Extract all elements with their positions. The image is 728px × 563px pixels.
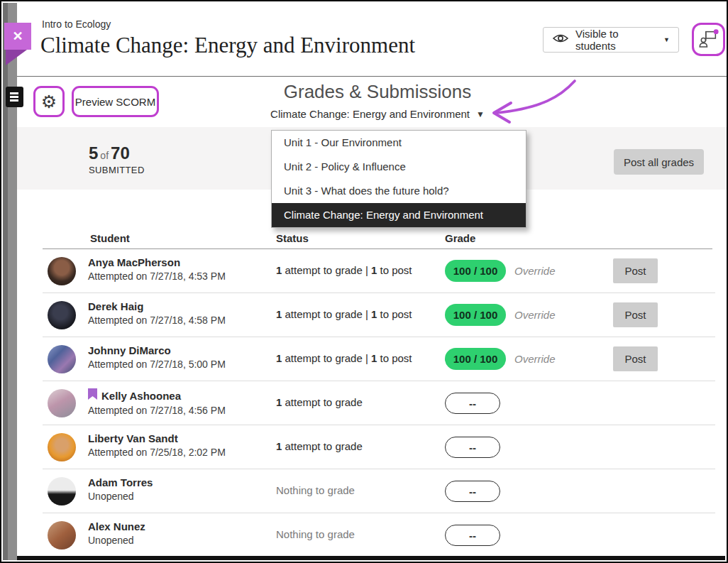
table-row: Johnny DiMarco Attempted on 7/27/18, 5:0… [43, 337, 715, 381]
attempt-subtext: Attempted on 7/27/18, 4:53 PM [88, 270, 226, 282]
of-label: of [98, 150, 111, 161]
visibility-dropdown-button[interactable]: Visible to students ▼ [543, 27, 679, 53]
table-row: Liberty Van Sandt Attempted on 7/25/18, … [43, 425, 715, 469]
attempt-subtext: Attempted on 7/27/18, 5:00 PM [88, 359, 226, 370]
submitted-label: SUBMITTED [89, 165, 145, 175]
avatar [48, 477, 76, 505]
course-name: Intro to Ecology [42, 18, 111, 30]
menu-item-unit2[interactable]: Unit 2 - Policy & Influence [272, 155, 526, 179]
bookmark-flag-icon [88, 388, 97, 403]
post-button[interactable]: Post [613, 258, 658, 283]
attempt-subtext: Attempted on 7/25/18, 2:02 PM [88, 447, 226, 458]
override-label: Override [514, 265, 556, 277]
header-divider [17, 76, 727, 77]
column-header-status: Status [276, 232, 309, 244]
total-count: 70 [111, 143, 130, 163]
student-name[interactable]: Liberty Van Sandt [88, 432, 178, 444]
column-header-grade: Grade [445, 232, 475, 244]
student-name[interactable]: Derek Haig [88, 300, 143, 312]
page-title: Climate Change: Energy and Environment [40, 33, 415, 58]
submitted-count: 5 [89, 143, 98, 163]
student-name[interactable]: Alex Nunez [88, 520, 145, 532]
grade-pill[interactable]: 100 / 100 [445, 304, 506, 326]
grade-pill[interactable]: 100 / 100 [445, 348, 506, 370]
avatar [48, 433, 76, 461]
menu-item-unit1[interactable]: Unit 1 - Our Environment [272, 131, 526, 155]
avatar [48, 301, 76, 329]
student-activity-icon [697, 26, 721, 53]
caret-down-icon: ▼ [476, 109, 485, 119]
attempt-subtext: Attempted on 7/27/18, 4:56 PM [88, 405, 226, 416]
column-header-student: Student [90, 232, 130, 244]
student-rows: Anya MacPherson Attempted on 7/27/18, 4:… [43, 249, 715, 557]
grade-pill-empty[interactable]: -- [445, 525, 500, 546]
attempt-subtext: Unopened [88, 491, 153, 502]
status-text: 1 attempt to grade [276, 440, 363, 452]
menu-item-unit3[interactable]: Unit 3 - What does the future hold? [272, 179, 526, 203]
menu-icon[interactable] [6, 87, 23, 107]
attempt-subtext: Attempted on 7/27/18, 4:58 PM [88, 315, 226, 326]
status-text: 1 attempt to grade | 1 to post [276, 352, 412, 364]
close-ribbon-decoration [6, 50, 27, 65]
grade-pill[interactable]: 100 / 100 [445, 260, 506, 282]
table-row: Kelly Ashoonea Attempted on 7/27/18, 4:5… [43, 381, 715, 425]
grade-pill-empty[interactable]: -- [445, 481, 500, 502]
avatar [48, 389, 76, 417]
eye-icon [552, 33, 569, 47]
grade-pill-empty[interactable]: -- [445, 437, 500, 458]
student-name[interactable]: Anya MacPherson [88, 256, 180, 268]
preview-scorm-button[interactable]: Preview SCORM [72, 86, 159, 117]
post-button[interactable]: Post [613, 302, 658, 327]
attempt-subtext: Unopened [88, 535, 145, 546]
post-all-grades-button[interactable]: Post all grades [614, 149, 704, 175]
avatar [48, 521, 76, 550]
override-label: Override [514, 353, 556, 365]
override-label: Override [514, 309, 556, 321]
menu-item-climate-change-selected[interactable]: Climate Change: Energy and Environment [272, 203, 526, 227]
status-text: Nothing to grade [276, 484, 355, 496]
item-selector-menu: Unit 1 - Our Environment Unit 2 - Policy… [271, 130, 526, 228]
visibility-label: Visible to students [575, 28, 656, 52]
grade-pill-empty[interactable]: -- [445, 393, 500, 414]
table-row: Anya MacPherson Attempted on 7/27/18, 4:… [43, 249, 715, 293]
gear-icon: ⚙ [41, 92, 57, 112]
status-text: Nothing to grade [276, 528, 355, 540]
avatar [48, 257, 76, 285]
table-row: Adam Torres Unopened Nothing to grade -- [43, 469, 715, 513]
status-text: 1 attempt to grade | 1 to post [276, 264, 412, 276]
chevron-down-icon: ▼ [663, 36, 670, 43]
annotation-arrow [485, 77, 578, 131]
student-name[interactable]: Adam Torres [88, 476, 153, 488]
submission-stats: 5of70 SUBMITTED [89, 143, 145, 175]
settings-button[interactable]: ⚙ [33, 86, 65, 117]
bottom-bar [17, 556, 725, 560]
item-selector-label: Climate Change: Energy and Environment [270, 108, 470, 120]
status-text: 1 attempt to grade [276, 396, 363, 408]
student-activity-button[interactable] [692, 23, 725, 56]
table-row: Alex Nunez Unopened Nothing to grade -- [43, 513, 715, 557]
grades-submissions-page: ✕ Intro to Ecology Climate Change: Energ… [0, 0, 728, 563]
avatar [48, 345, 76, 373]
student-name[interactable]: Johnny DiMarco [88, 344, 171, 356]
status-text: 1 attempt to grade | 1 to post [276, 308, 412, 320]
table-row: Derek Haig Attempted on 7/27/18, 4:58 PM… [43, 293, 715, 337]
post-button[interactable]: Post [613, 346, 658, 371]
student-name[interactable]: Kelly Ashoonea [101, 390, 181, 402]
section-title: Grades & Submissions [236, 81, 519, 103]
item-selector[interactable]: Climate Change: Energy and Environment ▼ [270, 108, 485, 120]
close-button[interactable]: ✕ [4, 23, 31, 50]
